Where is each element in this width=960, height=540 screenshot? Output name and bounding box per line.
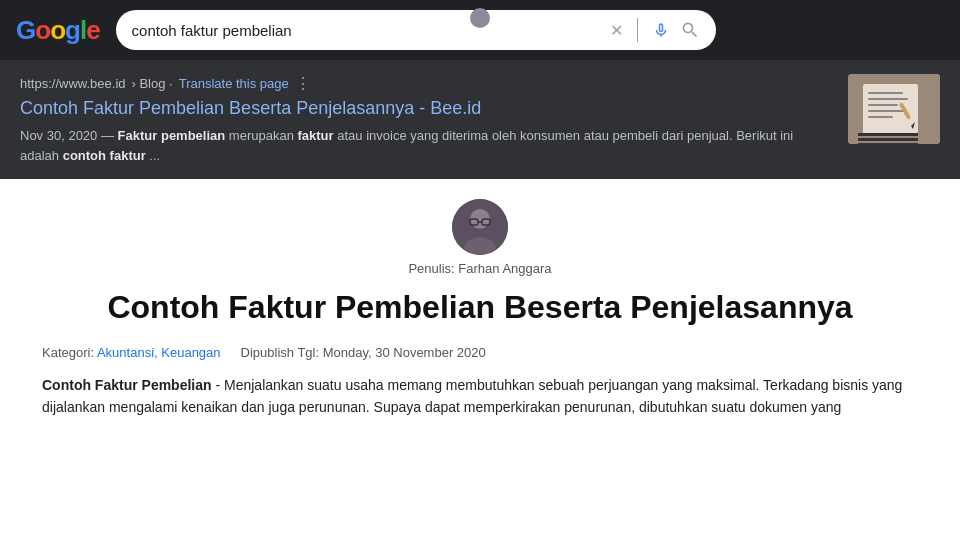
- search-bar[interactable]: ✕: [116, 10, 716, 50]
- result-title[interactable]: Contoh Faktur Pembelian Beserta Penjelas…: [20, 97, 832, 120]
- article-body-bold: Contoh Faktur Pembelian: [42, 377, 212, 393]
- search-submit-icon[interactable]: [680, 20, 700, 40]
- result-url: https://www.bee.id: [20, 76, 126, 91]
- snippet-bold1: Faktur pembelian: [118, 128, 226, 143]
- svg-rect-6: [868, 116, 893, 118]
- article-title: Contoh Faktur Pembelian Beserta Penjelas…: [40, 288, 920, 326]
- divider: [637, 18, 638, 42]
- translate-link[interactable]: Translate this page: [179, 76, 289, 91]
- voice-search-icon[interactable]: [652, 21, 670, 39]
- snippet-bold2: faktur: [298, 128, 334, 143]
- svg-rect-5: [868, 110, 906, 112]
- svg-rect-4: [868, 104, 898, 106]
- result-breadcrumb: › Blog ·: [132, 76, 173, 91]
- result-snippet: Nov 30, 2020 — Faktur pembelian merupaka…: [20, 126, 832, 165]
- search-result-card: https://www.bee.id › Blog · Translate th…: [0, 60, 960, 179]
- article-body: Contoh Faktur Pembelian - Menjalankan su…: [40, 374, 920, 419]
- snippet-text3: ...: [146, 148, 160, 163]
- result-thumbnail: [848, 74, 940, 144]
- avatar-image: [452, 199, 508, 255]
- article-section: Penulis: Farhan Anggara Contoh Faktur Pe…: [0, 179, 960, 438]
- more-options-icon[interactable]: ⋮: [295, 74, 311, 93]
- author-avatar: [452, 199, 508, 255]
- author-row: Penulis: Farhan Anggara: [40, 199, 920, 276]
- meta-row: Kategori: Akuntansi, Keuangan Dipublish …: [40, 345, 920, 360]
- snippet-date: Nov 30, 2020: [20, 128, 97, 143]
- kategori-label: Kategori:: [42, 345, 94, 360]
- search-input[interactable]: [132, 22, 602, 39]
- thumbnail-image: [848, 74, 940, 144]
- snippet-bold3: contoh faktur: [63, 148, 146, 163]
- svg-rect-3: [868, 98, 908, 100]
- search-icon-area: ✕: [610, 18, 700, 42]
- google-logo: Google: [16, 15, 100, 46]
- meta-kategori: Kategori: Akuntansi, Keuangan: [42, 345, 221, 360]
- svg-rect-1: [863, 84, 918, 134]
- result-content: https://www.bee.id › Blog · Translate th…: [20, 74, 832, 165]
- meta-date: Dipublish Tgl: Monday, 30 November 2020: [241, 345, 486, 360]
- svg-rect-2: [868, 92, 903, 94]
- snippet-dash: —: [101, 128, 118, 143]
- result-url-row: https://www.bee.id › Blog · Translate th…: [20, 74, 832, 93]
- kategori-links[interactable]: Akuntansi, Keuangan: [97, 345, 221, 360]
- snippet-text1: merupakan: [225, 128, 297, 143]
- author-name: Penulis: Farhan Anggara: [408, 261, 551, 276]
- clear-icon[interactable]: ✕: [610, 21, 623, 40]
